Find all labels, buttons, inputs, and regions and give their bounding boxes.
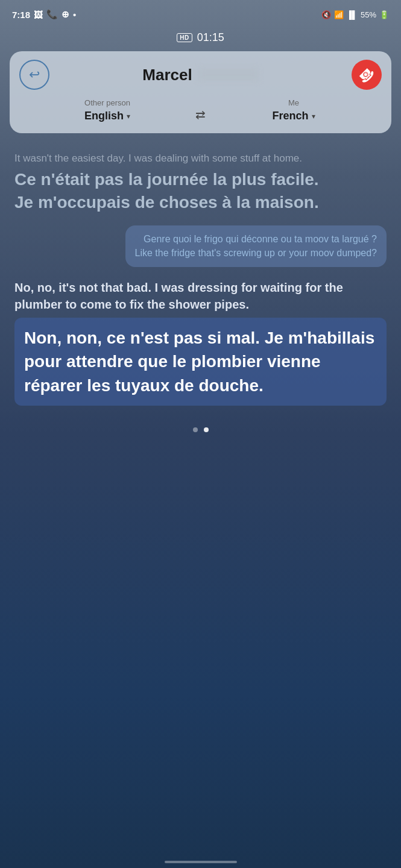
status-left: 7:18 🖼 📞 ⊕ • (12, 9, 76, 20)
signal-icon: ▐▌ (347, 10, 358, 19)
me-label: Me (288, 98, 299, 107)
language-row: Other person English ▾ ⇄ Me French ▾ (19, 98, 382, 122)
call-card-top: ↩ Marcel ☎ (19, 60, 382, 90)
message-2-bubble: Genre quoi le frigo qui déconne ou ta mo… (125, 225, 387, 267)
mute-icon: 🔇 (321, 10, 331, 19)
dot-icon: • (73, 10, 76, 20)
status-time: 7:18 (12, 10, 30, 20)
phone-icon: 📞 (46, 9, 58, 20)
message-1-left: It wasn't the easiest day. I was dealing… (14, 151, 330, 213)
message-1-translated: Ce n'était pas la journée la plus facile… (14, 168, 330, 214)
other-language-select[interactable]: English ▾ (84, 110, 130, 122)
other-person-language: Other person English ▾ (25, 98, 189, 122)
call-timer: HD 01:15 (0, 27, 401, 51)
hd-badge: HD (177, 33, 192, 42)
page-dot-1[interactable] (193, 427, 198, 432)
status-right: 🔇 📶 ▐▌ 55% 🔋 (321, 10, 389, 19)
message-3-translated-bubble: Non, non, ce n'est pas si mal. Je m'habi… (14, 318, 387, 406)
page-indicators (0, 418, 401, 444)
caller-name: Marcel (142, 66, 258, 84)
message-1-original: It wasn't the easiest day. I was dealing… (14, 151, 302, 166)
chat-area: It wasn't the easiest day. I was dealing… (0, 133, 401, 418)
message-3-translated: Non, non, ce n'est pas si mal. Je m'habi… (24, 329, 374, 394)
call-card: ↩ Marcel ☎ Other person English ▾ ⇄ Me F… (10, 51, 391, 133)
my-language-chevron: ▾ (312, 112, 315, 121)
home-indicator (165, 861, 237, 863)
my-language: Me French ▾ (212, 98, 376, 122)
message-3-left: No, no, it's not that bad. I was dressin… (14, 279, 387, 406)
battery-percent: 55% (361, 10, 376, 19)
battery-icon: 🔋 (379, 10, 389, 19)
message-2-right: Genre quoi le frigo qui déconne ou ta mo… (125, 225, 387, 267)
end-call-icon: ☎ (355, 63, 377, 86)
back-button[interactable]: ↩ (19, 60, 49, 90)
wifi-icon: 📶 (334, 10, 344, 19)
page-dot-2[interactable] (204, 427, 209, 432)
message-2-translated: Like the fridge that's screwing up or yo… (135, 247, 377, 260)
other-person-label: Other person (84, 98, 130, 107)
caller-name-blur (198, 69, 259, 81)
photo-icon: 🖼 (34, 10, 43, 20)
other-language-chevron: ▾ (127, 112, 130, 121)
end-call-button[interactable]: ☎ (352, 60, 382, 90)
my-language-name: French (272, 110, 308, 122)
status-bar: 7:18 🖼 📞 ⊕ • 🔇 📶 ▐▌ 55% 🔋 (0, 0, 401, 27)
back-icon: ↩ (29, 67, 40, 83)
message-2-original: Genre quoi le frigo qui déconne ou ta mo… (135, 233, 377, 246)
other-language-name: English (84, 110, 124, 122)
call-duration: 01:15 (197, 31, 224, 44)
message-3-original: No, no, it's not that bad. I was dressin… (14, 279, 387, 313)
swap-languages-icon[interactable]: ⇄ (195, 107, 206, 122)
my-language-select[interactable]: French ▾ (272, 110, 315, 122)
alert-icon: ⊕ (62, 9, 69, 20)
